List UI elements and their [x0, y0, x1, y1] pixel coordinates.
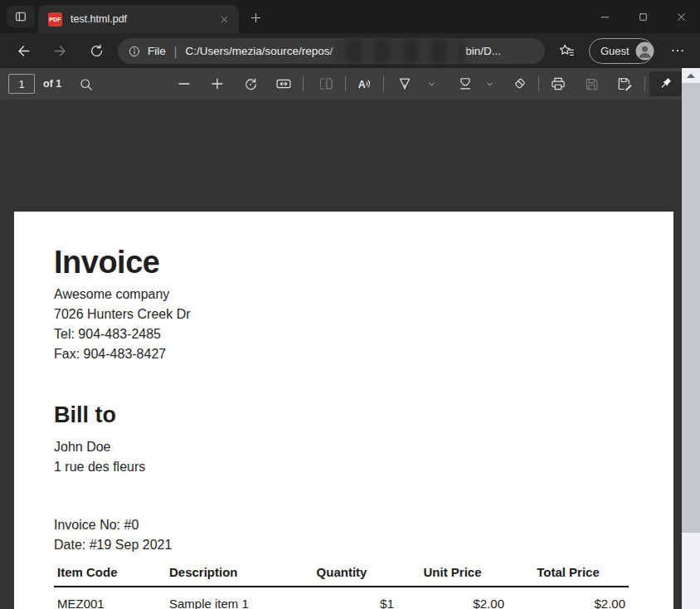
toolbar-separator — [383, 76, 384, 91]
page-view-button — [318, 76, 334, 92]
pdf-toolbar: of 1 A — [0, 68, 700, 100]
read-aloud-button[interactable]: A — [357, 76, 373, 92]
draw-button[interactable] — [396, 76, 413, 92]
vertical-scrollbar[interactable] — [682, 68, 700, 609]
col-header-item-code: Item Code — [54, 558, 166, 587]
tab-actions-menu-button[interactable] — [7, 6, 35, 27]
person-icon — [635, 41, 654, 61]
plus-icon — [250, 12, 262, 24]
company-fax: Fax: 904-483-8427 — [54, 344, 191, 364]
save-as-button[interactable] — [616, 76, 633, 92]
pen-icon — [396, 76, 413, 92]
save-button — [583, 76, 600, 92]
browser-navbar: File | C:/Users/mezia/source/repos/ bin/… — [0, 33, 700, 68]
refresh-icon — [89, 43, 105, 59]
info-icon[interactable] — [128, 45, 141, 58]
fit-width-icon — [275, 76, 292, 92]
address-path-end: bin/D... — [465, 45, 501, 57]
cell-quantity: $1 — [286, 587, 397, 609]
pin-icon — [659, 76, 673, 91]
company-block: Awesome company 7026 Hunters Creek Dr Te… — [54, 285, 191, 364]
invoice-number: Invoice No: #0 — [54, 515, 172, 535]
highlight-button[interactable] — [457, 76, 474, 92]
tab-close-button[interactable] — [214, 9, 234, 29]
highlighter-icon — [457, 76, 474, 92]
pin-toolbar-button[interactable] — [649, 71, 683, 96]
table-header-row: Item Code Description Quantity Unit Pric… — [54, 558, 629, 587]
page-number-input[interactable] — [8, 74, 35, 94]
scroll-up-arrow-icon — [686, 72, 696, 79]
col-header-description: Description — [166, 558, 286, 587]
cell-item-code: MEZ001 — [54, 587, 166, 609]
back-button[interactable] — [10, 37, 36, 64]
scrollbar-up-button[interactable] — [682, 68, 700, 82]
settings-menu-button[interactable] — [664, 37, 691, 64]
rotate-button[interactable] — [242, 76, 259, 92]
forward-arrow-icon — [52, 43, 68, 59]
browser-tab[interactable]: PDF test.html.pdf — [38, 5, 239, 33]
eraser-icon — [512, 76, 528, 92]
invoice-meta-block: Invoice No: #0 Date: #19 Sep 2021 — [54, 515, 172, 555]
invoice-date: Date: #19 Sep 2021 — [54, 535, 172, 555]
plus-icon — [209, 76, 226, 92]
rotate-icon — [242, 76, 259, 92]
save-icon — [584, 76, 600, 92]
window-titlebar: PDF test.html.pdf — [0, 0, 700, 33]
pdf-page: Invoice Awesome company 7026 Hunters Cre… — [14, 212, 673, 609]
draw-options-button[interactable] — [425, 77, 438, 90]
cell-description: Sample item 1 — [166, 587, 286, 609]
window-close-button[interactable] — [662, 0, 700, 33]
company-address: 7026 Hunters Creek Dr — [54, 304, 191, 324]
zoom-out-button[interactable] — [176, 76, 192, 92]
col-header-total-price: Total Price — [508, 558, 629, 587]
minimize-icon — [600, 12, 610, 22]
new-tab-button[interactable] — [245, 7, 266, 28]
profile-label: Guest — [600, 45, 630, 57]
window-minimize-button[interactable] — [586, 0, 624, 33]
page-count-label: of 1 — [43, 78, 61, 90]
favorites-star-icon — [557, 42, 575, 60]
cell-unit-price: $2.00 — [397, 587, 508, 609]
profile-button[interactable]: Guest — [589, 38, 654, 64]
company-name: Awesome company — [54, 285, 191, 304]
forward-button[interactable] — [46, 37, 73, 64]
toolbar-separator — [345, 76, 346, 91]
address-path-start: C:/Users/mezia/source/repos/ — [185, 45, 333, 57]
back-arrow-icon — [16, 43, 32, 59]
highlight-options-button[interactable] — [483, 77, 496, 90]
toolbar-separator — [644, 76, 645, 91]
fit-to-width-button[interactable] — [275, 76, 292, 92]
scrollbar-thumb[interactable] — [682, 83, 700, 533]
address-bar[interactable]: File | C:/Users/mezia/source/repos/ bin/… — [118, 38, 545, 64]
bill-to-block: John Doe 1 rue des fleurs — [54, 437, 145, 477]
tab-title: test.html.pdf — [70, 13, 214, 25]
pdf-viewer: Invoice Awesome company 7026 Hunters Cre… — [0, 100, 700, 609]
toolbar-separator — [303, 76, 304, 91]
refresh-button[interactable] — [83, 37, 109, 64]
erase-button[interactable] — [512, 76, 528, 92]
page-view-icon — [318, 76, 334, 92]
find-in-document-button[interactable] — [77, 76, 94, 92]
bill-to-heading: Bill to — [54, 402, 116, 428]
close-icon — [676, 12, 687, 22]
col-header-unit-price: Unit Price — [397, 558, 508, 587]
close-icon — [220, 15, 229, 24]
ellipsis-icon — [670, 43, 685, 58]
save-as-icon — [616, 76, 633, 92]
invoice-title: Invoice — [54, 245, 159, 280]
cell-total-price: $2.00 — [508, 587, 629, 609]
print-button[interactable] — [550, 76, 566, 92]
window-maximize-button[interactable] — [624, 0, 662, 33]
favorites-button[interactable] — [552, 37, 579, 64]
address-path-redacted — [333, 39, 464, 63]
col-header-quantity: Quantity — [286, 558, 397, 587]
bill-to-address: 1 rue des fleurs — [54, 457, 145, 477]
maximize-icon — [638, 12, 649, 22]
address-separator: | — [174, 45, 177, 58]
zoom-in-button[interactable] — [209, 76, 226, 92]
minus-icon — [176, 76, 192, 92]
search-icon — [78, 76, 94, 92]
toolbar-separator — [538, 76, 539, 91]
pdf-favicon: PDF — [48, 12, 62, 27]
table-row: MEZ001 Sample item 1 $1 $2.00 $2.00 — [54, 587, 629, 609]
